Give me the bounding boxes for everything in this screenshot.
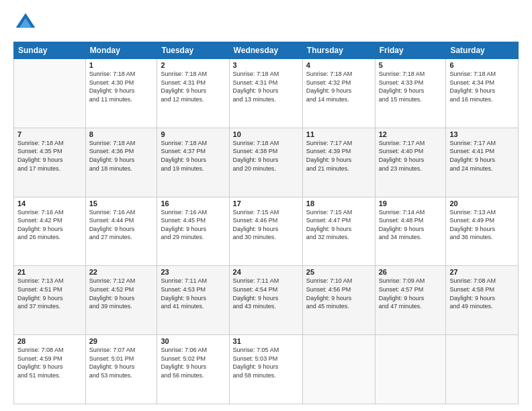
day-number: 15 [89,199,154,208]
day-info: Sunrise: 7:16 AM Sunset: 4:44 PM Dayligh… [89,208,154,242]
calendar-header-tuesday: Tuesday [157,42,229,59]
day-number: 12 [379,130,443,138]
day-info: Sunrise: 7:10 AM Sunset: 4:56 PM Dayligh… [306,277,371,310]
calendar-week-row: 7Sunrise: 7:18 AM Sunset: 4:35 PM Daylig… [14,128,519,197]
day-info: Sunrise: 7:18 AM Sunset: 4:35 PM Dayligh… [17,139,82,173]
day-info: Sunrise: 7:13 AM Sunset: 4:49 PM Dayligh… [449,208,515,242]
day-number: 16 [161,199,225,208]
day-info: Sunrise: 7:17 AM Sunset: 4:41 PM Dayligh… [449,139,515,173]
calendar-week-row: 14Sunrise: 7:16 AM Sunset: 4:42 PM Dayli… [14,197,519,266]
day-number: 24 [233,268,299,276]
day-number: 2 [161,61,225,69]
calendar-cell: 2Sunrise: 7:18 AM Sunset: 4:31 PM Daylig… [157,59,229,128]
day-number: 20 [449,199,515,208]
day-number: 26 [379,268,443,276]
day-number: 6 [449,61,515,69]
day-number: 29 [89,337,154,345]
calendar-table: SundayMondayTuesdayWednesdayThursdayFrid… [13,42,519,404]
calendar-header-row: SundayMondayTuesdayWednesdayThursdayFrid… [14,42,519,59]
calendar-cell: 23Sunrise: 7:11 AM Sunset: 4:53 PM Dayli… [157,266,229,335]
day-info: Sunrise: 7:11 AM Sunset: 4:54 PM Dayligh… [233,277,299,310]
day-info: Sunrise: 7:15 AM Sunset: 4:46 PM Dayligh… [233,208,299,242]
day-info: Sunrise: 7:16 AM Sunset: 4:45 PM Dayligh… [161,208,225,242]
calendar-cell: 22Sunrise: 7:12 AM Sunset: 4:52 PM Dayli… [85,266,157,335]
day-info: Sunrise: 7:17 AM Sunset: 4:40 PM Dayligh… [379,139,443,173]
day-number: 8 [89,130,154,138]
calendar-cell [302,335,375,404]
day-number: 5 [379,61,443,69]
calendar-cell: 29Sunrise: 7:07 AM Sunset: 5:01 PM Dayli… [85,335,157,404]
day-info: Sunrise: 7:18 AM Sunset: 4:34 PM Dayligh… [449,70,515,103]
day-number: 7 [17,130,82,138]
day-number: 21 [17,268,82,276]
calendar-cell: 27Sunrise: 7:08 AM Sunset: 4:58 PM Dayli… [446,266,519,335]
day-info: Sunrise: 7:18 AM Sunset: 4:36 PM Dayligh… [89,139,154,173]
day-info: Sunrise: 7:18 AM Sunset: 4:31 PM Dayligh… [233,70,299,103]
calendar-cell: 1Sunrise: 7:18 AM Sunset: 4:30 PM Daylig… [85,59,157,128]
calendar-cell: 26Sunrise: 7:09 AM Sunset: 4:57 PM Dayli… [375,266,446,335]
calendar-cell: 14Sunrise: 7:16 AM Sunset: 4:42 PM Dayli… [14,197,86,266]
day-info: Sunrise: 7:06 AM Sunset: 5:02 PM Dayligh… [161,346,225,379]
day-number: 28 [17,337,82,345]
header [13,11,519,35]
day-info: Sunrise: 7:14 AM Sunset: 4:48 PM Dayligh… [379,208,443,242]
day-info: Sunrise: 7:11 AM Sunset: 4:53 PM Dayligh… [161,277,225,310]
calendar-cell: 21Sunrise: 7:13 AM Sunset: 4:51 PM Dayli… [14,266,86,335]
calendar-cell: 19Sunrise: 7:14 AM Sunset: 4:48 PM Dayli… [375,197,446,266]
day-info: Sunrise: 7:15 AM Sunset: 4:47 PM Dayligh… [306,208,371,242]
calendar-cell: 7Sunrise: 7:18 AM Sunset: 4:35 PM Daylig… [14,128,86,197]
day-number: 25 [306,268,371,276]
day-info: Sunrise: 7:08 AM Sunset: 4:58 PM Dayligh… [449,277,515,310]
calendar-cell: 9Sunrise: 7:18 AM Sunset: 4:37 PM Daylig… [157,128,229,197]
day-info: Sunrise: 7:18 AM Sunset: 4:33 PM Dayligh… [379,70,443,103]
calendar-cell: 10Sunrise: 7:18 AM Sunset: 4:38 PM Dayli… [229,128,302,197]
calendar-cell: 3Sunrise: 7:18 AM Sunset: 4:31 PM Daylig… [229,59,302,128]
day-number: 11 [306,130,371,138]
calendar-week-row: 1Sunrise: 7:18 AM Sunset: 4:30 PM Daylig… [14,59,519,128]
day-info: Sunrise: 7:05 AM Sunset: 5:03 PM Dayligh… [233,346,299,379]
calendar-cell [375,335,446,404]
calendar-cell: 13Sunrise: 7:17 AM Sunset: 4:41 PM Dayli… [446,128,519,197]
calendar-cell: 16Sunrise: 7:16 AM Sunset: 4:45 PM Dayli… [157,197,229,266]
day-number: 3 [233,61,299,69]
day-number: 10 [233,130,299,138]
day-number: 19 [379,199,443,208]
day-number: 27 [449,268,515,276]
day-info: Sunrise: 7:08 AM Sunset: 4:59 PM Dayligh… [17,346,82,379]
calendar-cell: 6Sunrise: 7:18 AM Sunset: 4:34 PM Daylig… [446,59,519,128]
day-info: Sunrise: 7:07 AM Sunset: 5:01 PM Dayligh… [89,346,154,379]
day-info: Sunrise: 7:17 AM Sunset: 4:39 PM Dayligh… [306,139,371,173]
day-number: 4 [306,61,371,69]
calendar-cell: 31Sunrise: 7:05 AM Sunset: 5:03 PM Dayli… [229,335,302,404]
day-number: 18 [306,199,371,208]
day-number: 1 [89,61,154,69]
day-info: Sunrise: 7:13 AM Sunset: 4:51 PM Dayligh… [17,277,82,310]
calendar-header-saturday: Saturday [446,42,519,59]
day-number: 23 [161,268,225,276]
calendar-cell: 24Sunrise: 7:11 AM Sunset: 4:54 PM Dayli… [229,266,302,335]
calendar-cell: 28Sunrise: 7:08 AM Sunset: 4:59 PM Dayli… [14,335,86,404]
calendar-header-monday: Monday [85,42,157,59]
calendar-cell: 15Sunrise: 7:16 AM Sunset: 4:44 PM Dayli… [85,197,157,266]
calendar-header-friday: Friday [375,42,446,59]
calendar-cell: 25Sunrise: 7:10 AM Sunset: 4:56 PM Dayli… [302,266,375,335]
day-number: 30 [161,337,225,345]
calendar-cell [14,59,86,128]
calendar-cell [446,335,519,404]
calendar-cell: 30Sunrise: 7:06 AM Sunset: 5:02 PM Dayli… [157,335,229,404]
day-number: 31 [233,337,299,345]
day-info: Sunrise: 7:18 AM Sunset: 4:31 PM Dayligh… [161,70,225,103]
calendar-header-thursday: Thursday [302,42,375,59]
calendar-cell: 18Sunrise: 7:15 AM Sunset: 4:47 PM Dayli… [302,197,375,266]
day-number: 17 [233,199,299,208]
day-info: Sunrise: 7:12 AM Sunset: 4:52 PM Dayligh… [89,277,154,310]
calendar-cell: 8Sunrise: 7:18 AM Sunset: 4:36 PM Daylig… [85,128,157,197]
calendar-cell: 17Sunrise: 7:15 AM Sunset: 4:46 PM Dayli… [229,197,302,266]
calendar-cell: 20Sunrise: 7:13 AM Sunset: 4:49 PM Dayli… [446,197,519,266]
page: SundayMondayTuesdayWednesdayThursdayFrid… [0,0,532,411]
calendar-cell: 12Sunrise: 7:17 AM Sunset: 4:40 PM Dayli… [375,128,446,197]
day-info: Sunrise: 7:16 AM Sunset: 4:42 PM Dayligh… [17,208,82,242]
calendar-cell: 5Sunrise: 7:18 AM Sunset: 4:33 PM Daylig… [375,59,446,128]
calendar-week-row: 28Sunrise: 7:08 AM Sunset: 4:59 PM Dayli… [14,335,519,404]
calendar-week-row: 21Sunrise: 7:13 AM Sunset: 4:51 PM Dayli… [14,266,519,335]
